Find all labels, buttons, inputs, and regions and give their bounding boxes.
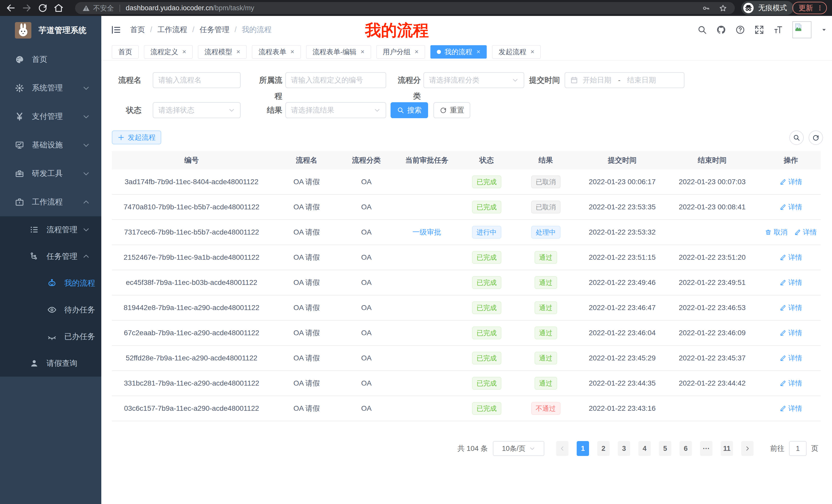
result-select[interactable]: 请选择流结果: [285, 102, 386, 118]
process-def-input[interactable]: [285, 72, 386, 88]
row-action-link[interactable]: 详情: [780, 404, 802, 413]
browser-update-button[interactable]: 更新: [792, 2, 827, 14]
sidebar-item[interactable]: 支付管理: [0, 102, 101, 131]
sidebar-item[interactable]: 系统管理: [0, 74, 101, 102]
sidebar-item[interactable]: 请假查询: [0, 350, 101, 376]
close-icon[interactable]: ×: [530, 48, 534, 56]
cell-actions: 详情: [761, 253, 821, 262]
home-icon[interactable]: [53, 3, 64, 13]
page-number-button[interactable]: 4: [639, 441, 651, 456]
reload-icon[interactable]: [37, 3, 48, 13]
breadcrumb-item[interactable]: 任务管理: [200, 25, 229, 35]
close-icon[interactable]: ×: [290, 48, 294, 56]
page-tab[interactable]: 发起流程 ×: [492, 45, 541, 59]
breadcrumb: 首页 / 工作流程 / 任务管理 / 我的流程: [130, 25, 271, 35]
row-action-link[interactable]: 详情: [794, 228, 817, 237]
goto-page-input[interactable]: [789, 441, 807, 456]
fullscreen-icon[interactable]: [754, 25, 764, 35]
breadcrumb-item[interactable]: 工作流程: [157, 25, 187, 35]
breadcrumb-item[interactable]: 首页: [130, 25, 145, 35]
page-number-button[interactable]: 11: [721, 441, 733, 456]
forward-icon[interactable]: [22, 3, 32, 13]
reset-button[interactable]: 重置: [434, 102, 470, 118]
row-action-link[interactable]: 详情: [780, 354, 802, 363]
action-label: 详情: [788, 177, 802, 187]
process-name-label: 流程名: [110, 72, 141, 88]
collapse-menu-icon[interactable]: [110, 24, 121, 35]
page-number-button[interactable]: ···: [700, 441, 712, 456]
page-number-button[interactable]: 6: [679, 441, 692, 456]
column-header: 操作: [761, 156, 821, 165]
process-name-input[interactable]: [153, 72, 241, 88]
search-button[interactable]: 搜索: [391, 102, 428, 118]
page-number-button[interactable]: 5: [659, 441, 671, 456]
not-secure-label: 不安全: [93, 4, 114, 13]
row-action-link[interactable]: 取消: [765, 228, 787, 237]
close-icon[interactable]: ×: [361, 48, 365, 56]
category-select[interactable]: 请选择流程分类: [423, 72, 524, 88]
page-tab[interactable]: 流程表单 ×: [252, 45, 301, 59]
row-action-link[interactable]: 详情: [780, 278, 802, 287]
help-icon[interactable]: [735, 25, 745, 35]
url-host: dashboard.yudao.iocoder.cn: [126, 4, 213, 12]
close-icon[interactable]: ×: [182, 48, 186, 56]
action-icon: [780, 330, 786, 336]
password-key-icon[interactable]: [702, 4, 710, 12]
github-icon[interactable]: [716, 25, 726, 35]
cell-category: OA: [342, 404, 391, 413]
sidebar-item[interactable]: 基础设施: [0, 131, 101, 159]
close-icon[interactable]: ×: [476, 48, 480, 56]
avatar[interactable]: [792, 21, 811, 38]
page-tab[interactable]: 流程模型 ×: [198, 45, 246, 59]
page-tab[interactable]: 流程定义 ×: [144, 45, 192, 59]
process-def-field[interactable]: [291, 76, 381, 84]
sidebar-item[interactable]: 研发工具: [0, 159, 101, 188]
cell-current-task[interactable]: 一级审批: [412, 228, 441, 236]
bookmark-star-icon[interactable]: [719, 4, 727, 12]
page-tab[interactable]: 用户分组 ×: [376, 45, 425, 59]
sidebar-item[interactable]: 我的流程: [0, 270, 101, 297]
page-number-button[interactable]: 1: [577, 441, 589, 456]
result-badge: 通过: [535, 352, 557, 365]
row-action-link[interactable]: 详情: [780, 379, 802, 388]
cell-category: OA: [342, 278, 391, 287]
row-action-link[interactable]: 详情: [780, 177, 802, 187]
back-icon[interactable]: [6, 3, 16, 13]
cell-id: 67c2eaab-7b9a-11ec-a290-acde48001122: [112, 329, 271, 337]
date-range-picker[interactable]: 开始日期 - 结束日期: [565, 72, 684, 88]
create-process-button[interactable]: 发起流程: [112, 131, 161, 144]
cell-process-name: OA 请假: [271, 379, 342, 388]
sidebar-item[interactable]: 任务管理: [0, 243, 101, 270]
page-number-button[interactable]: 3: [618, 441, 630, 456]
page-tab[interactable]: 首页: [112, 45, 138, 59]
prev-page-button[interactable]: [556, 441, 569, 456]
address-bar[interactable]: 不安全 dashboard.yudao.iocoder.cn/bpm/task/…: [75, 2, 735, 14]
refresh-table-button[interactable]: [809, 131, 823, 145]
show-search-button[interactable]: [789, 131, 804, 145]
row-action-link[interactable]: 详情: [780, 253, 802, 262]
row-action-link[interactable]: 详情: [780, 202, 802, 212]
sidebar-item[interactable]: 工作流程: [0, 188, 101, 216]
page-size-select[interactable]: 10条/页: [493, 441, 544, 456]
row-action-link[interactable]: 详情: [780, 328, 802, 338]
close-icon[interactable]: ×: [415, 48, 419, 56]
row-action-link[interactable]: 详情: [780, 303, 802, 312]
tab-label: 用户分组: [383, 47, 411, 57]
font-size-icon[interactable]: [773, 25, 783, 35]
sidebar-item[interactable]: 已办任务: [0, 323, 101, 350]
status-select[interactable]: 请选择状态: [153, 102, 241, 118]
caret-down-icon[interactable]: [821, 26, 827, 33]
page-number-button[interactable]: 2: [597, 441, 609, 456]
sidebar-item[interactable]: 待办任务: [0, 297, 101, 323]
process-name-field[interactable]: [158, 76, 235, 84]
sidebar-item[interactable]: 首页: [0, 45, 101, 74]
close-icon[interactable]: ×: [236, 48, 240, 56]
page-tab[interactable]: 流程表单-编辑 ×: [306, 45, 371, 59]
more-vertical-icon[interactable]: [816, 5, 823, 11]
sidebar: 芋道管理系统 首页 系统管理 支付管理 基础设施: [0, 16, 101, 504]
next-page-button[interactable]: [741, 441, 754, 456]
sidebar-item[interactable]: 流程管理: [0, 216, 101, 243]
breadcrumb-item[interactable]: 我的流程: [242, 25, 271, 35]
page-tab[interactable]: 我的流程 ×: [431, 45, 487, 59]
search-icon[interactable]: [697, 25, 707, 35]
